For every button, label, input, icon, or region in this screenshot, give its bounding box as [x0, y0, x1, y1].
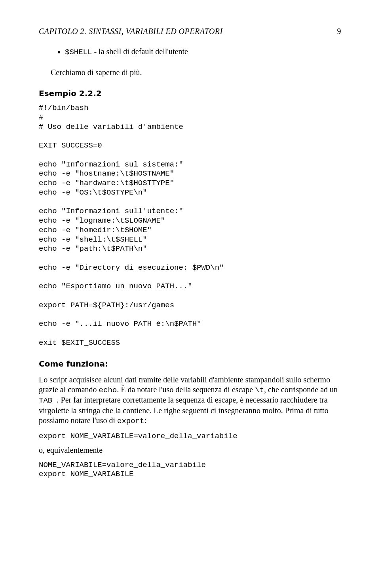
example-heading: Esempio 2.2.2: [39, 86, 341, 100]
explanation-text-4: . Per far interpretare correttamente la …: [39, 395, 329, 425]
explanation-text-3: , che corrisponde ad un: [264, 385, 338, 394]
code-block-export-1: export NOME_VARIABILE=valore_della_varia…: [39, 432, 341, 441]
explanation-tt-tab: TAB: [39, 396, 57, 405]
equivalently-text: o, equivalentemente: [39, 445, 341, 455]
example-label: Esempio 2.2.2: [39, 89, 102, 98]
explanation-paragraph: Lo script acquisisce alcuni dati tramite…: [39, 375, 341, 426]
code-block-main: #!/bin/bash # # Uso delle variabili d'am…: [39, 104, 341, 348]
page-number: 9: [337, 27, 342, 36]
bullet-icon: [58, 51, 60, 53]
explanation-text-5: :: [144, 416, 146, 425]
explanation-text-2: . È da notare l'uso della sequenza di es…: [117, 385, 255, 394]
code-block-export-2: NOME_VARIABILE=valore_della_variabile ex…: [39, 461, 341, 480]
page-container: CAPITOLO 2. SINTASSI, VARIABILI ED OPERA…: [0, 0, 380, 588]
explanation-tt-echo: echo: [99, 386, 117, 395]
bullet-item: $SHELL - la shell di default dell'utente: [58, 47, 341, 57]
bullet-text: $SHELL - la shell di default dell'utente: [65, 47, 188, 56]
bullet-code: $SHELL: [65, 48, 92, 57]
explanation-tt-escape: \t: [255, 386, 264, 395]
how-it-works-label: Come funziona:: [39, 359, 108, 369]
running-header: CAPITOLO 2. SINTASSI, VARIABILI ED OPERA…: [39, 27, 341, 36]
how-it-works-heading: Come funziona:: [39, 357, 341, 370]
intro-sentence: Cerchiamo di saperne di più.: [39, 68, 341, 78]
bullet-rest: - la shell di default dell'utente: [92, 47, 188, 56]
header-title: CAPITOLO 2. SINTASSI, VARIABILI ED OPERA…: [39, 27, 223, 36]
explanation-tt-export: export: [117, 417, 144, 425]
